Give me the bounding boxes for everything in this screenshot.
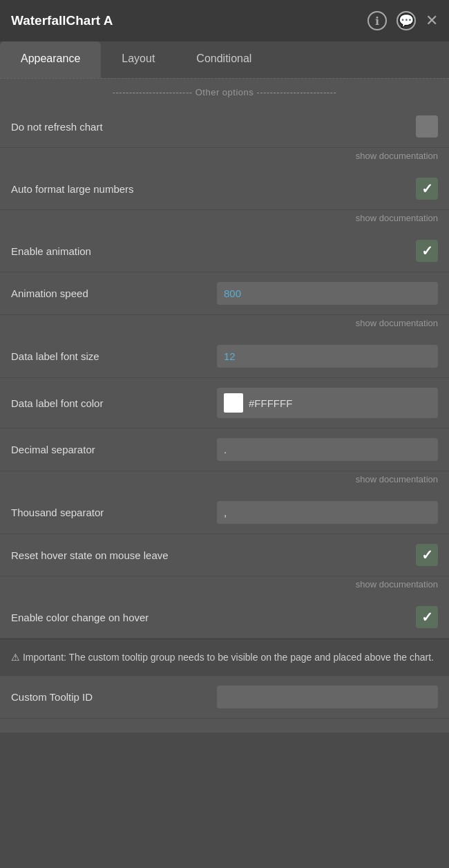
- data-label-font-color-swatch[interactable]: [224, 393, 243, 413]
- option-data-label-font-size: Data label font size: [0, 335, 449, 378]
- data-label-font-color-wrap: [217, 388, 438, 418]
- do-not-refresh-chart-show-doc[interactable]: show documentation: [0, 148, 449, 168]
- data-label-font-color-label: Data label font color: [11, 397, 217, 409]
- enable-color-change-on-hover-checkbox[interactable]: ✓: [416, 606, 438, 628]
- animation-speed-input[interactable]: [217, 282, 438, 305]
- option-do-not-refresh-chart: Do not refresh chart: [0, 106, 449, 148]
- thousand-separator-label: Thousand separator: [11, 507, 217, 518]
- option-reset-hover-state: Reset hover state on mouse leave ✓: [0, 534, 449, 576]
- decimal-separator-label: Decimal separator: [11, 444, 217, 455]
- decimal-separator-input[interactable]: [217, 438, 438, 461]
- data-label-font-size-label: Data label font size: [11, 350, 217, 362]
- tab-layout[interactable]: Layout: [101, 41, 175, 78]
- reset-hover-state-checkbox[interactable]: ✓: [416, 544, 438, 566]
- data-label-font-color-input[interactable]: [249, 397, 431, 409]
- section-divider-other-options: ------------------------ Other options -…: [0, 78, 449, 106]
- comment-icon[interactable]: 💬: [397, 11, 416, 30]
- reset-hover-state-label: Reset hover state on mouse leave: [11, 549, 416, 561]
- enable-animation-label: Enable animation: [11, 245, 416, 257]
- data-label-font-size-input[interactable]: [217, 345, 438, 368]
- warning-text: ⚠ Important: The custom tooltip group ne…: [11, 652, 434, 663]
- animation-speed-show-doc[interactable]: show documentation: [0, 315, 449, 335]
- window-title: WaterfallChart A: [11, 13, 361, 28]
- enable-animation-checkbox[interactable]: ✓: [416, 240, 438, 262]
- option-data-label-font-color: Data label font color: [0, 378, 449, 428]
- close-icon[interactable]: ✕: [426, 12, 438, 30]
- title-bar: WaterfallChart A ℹ 💬 ✕: [0, 0, 449, 41]
- custom-tooltip-id-label: Custom Tooltip ID: [11, 691, 217, 703]
- option-enable-color-change-on-hover: Enable color change on hover ✓: [0, 596, 449, 639]
- option-enable-animation: Enable animation ✓: [0, 230, 449, 272]
- info-icon[interactable]: ℹ: [367, 11, 387, 30]
- warning-box: ⚠ Important: The custom tooltip group ne…: [0, 639, 449, 676]
- auto-format-large-numbers-checkbox[interactable]: ✓: [416, 178, 438, 200]
- auto-format-large-numbers-label: Auto format large numbers: [11, 183, 416, 195]
- option-decimal-separator: Decimal separator: [0, 428, 449, 471]
- tab-appearance[interactable]: Appearance: [0, 41, 101, 78]
- content-area: ------------------------ Other options -…: [0, 78, 449, 733]
- do-not-refresh-chart-label: Do not refresh chart: [11, 121, 416, 133]
- tabs-bar: Appearance Layout Conditional: [0, 41, 449, 78]
- tab-conditional[interactable]: Conditional: [175, 41, 272, 78]
- animation-speed-label: Animation speed: [11, 287, 217, 299]
- option-thousand-separator: Thousand separator: [0, 491, 449, 534]
- enable-color-change-on-hover-label: Enable color change on hover: [11, 612, 416, 623]
- auto-format-large-numbers-show-doc[interactable]: show documentation: [0, 210, 449, 230]
- title-bar-icons: ℹ 💬 ✕: [367, 11, 438, 30]
- option-custom-tooltip-id: Custom Tooltip ID: [0, 676, 449, 719]
- do-not-refresh-chart-checkbox[interactable]: [416, 115, 438, 138]
- decimal-separator-show-doc[interactable]: show documentation: [0, 471, 449, 491]
- option-auto-format-large-numbers: Auto format large numbers ✓: [0, 168, 449, 210]
- thousand-separator-input[interactable]: [217, 501, 438, 524]
- reset-hover-state-show-doc[interactable]: show documentation: [0, 576, 449, 596]
- custom-tooltip-id-input[interactable]: [217, 686, 438, 708]
- option-animation-speed: Animation speed: [0, 272, 449, 315]
